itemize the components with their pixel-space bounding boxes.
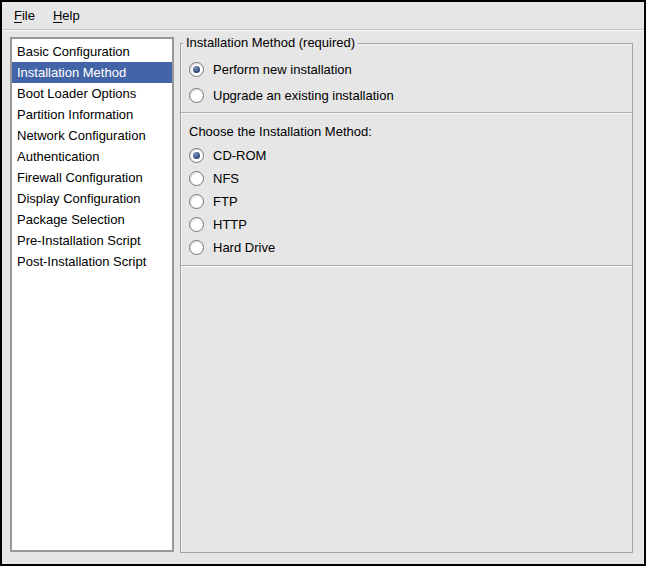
separator bbox=[181, 265, 632, 267]
radio-button-icon bbox=[189, 171, 204, 186]
frame-title: Installation Method (required) bbox=[183, 35, 358, 51]
radio-button-icon bbox=[189, 240, 204, 255]
radio-option-cd-rom[interactable]: CD-ROM bbox=[189, 144, 624, 167]
installation-method-panel: Installation Method (required) Perform n… bbox=[180, 43, 633, 553]
menubar: FileHelp bbox=[2, 2, 644, 30]
sidebar-item-post-installation-script[interactable]: Post-Installation Script bbox=[12, 251, 172, 272]
radio-option-label: Upgrade an existing installation bbox=[213, 88, 394, 103]
radio-option-label: NFS bbox=[213, 171, 239, 186]
sidebar-item-firewall-configuration[interactable]: Firewall Configuration bbox=[12, 167, 172, 188]
sidebar-item-installation-method[interactable]: Installation Method bbox=[12, 62, 172, 83]
sidebar-item-package-selection[interactable]: Package Selection bbox=[12, 209, 172, 230]
radio-option-http[interactable]: HTTP bbox=[189, 213, 624, 236]
sidebar-list[interactable]: Basic ConfigurationInstallation MethodBo… bbox=[10, 37, 174, 552]
sidebar-item-display-configuration[interactable]: Display Configuration bbox=[12, 188, 172, 209]
radio-option-label: Hard Drive bbox=[213, 240, 275, 255]
sidebar-item-basic-configuration[interactable]: Basic Configuration bbox=[12, 41, 172, 62]
sidebar-item-authentication[interactable]: Authentication bbox=[12, 146, 172, 167]
sidebar-item-boot-loader-options[interactable]: Boot Loader Options bbox=[12, 83, 172, 104]
radio-option-nfs[interactable]: NFS bbox=[189, 167, 624, 190]
menu-file[interactable]: File bbox=[5, 2, 44, 29]
sidebar-item-pre-installation-script[interactable]: Pre-Installation Script bbox=[12, 230, 172, 251]
radio-button-icon bbox=[189, 194, 204, 209]
sidebar-item-network-configuration[interactable]: Network Configuration bbox=[12, 125, 172, 146]
radio-option-ftp[interactable]: FTP bbox=[189, 190, 624, 213]
sidebar-item-partition-information[interactable]: Partition Information bbox=[12, 104, 172, 125]
radio-button-icon bbox=[189, 62, 204, 77]
radio-option-label: HTTP bbox=[213, 217, 247, 232]
radio-option-label: CD-ROM bbox=[213, 148, 266, 163]
install-type-radio-group: Perform new installationUpgrade an exist… bbox=[181, 44, 632, 112]
radio-button-icon bbox=[189, 88, 204, 103]
choose-method-label: Choose the Installation Method: bbox=[189, 119, 624, 144]
radio-option-label: Perform new installation bbox=[213, 62, 352, 77]
radio-button-icon bbox=[189, 217, 204, 232]
method-radio-group: Choose the Installation Method: CD-ROMNF… bbox=[181, 114, 632, 265]
radio-option-perform-new-installation[interactable]: Perform new installation bbox=[189, 56, 624, 82]
radio-option-upgrade-an-existing-installation[interactable]: Upgrade an existing installation bbox=[189, 82, 624, 108]
kickstart-configurator-window: FileHelp Basic ConfigurationInstallation… bbox=[0, 0, 646, 566]
radio-button-icon bbox=[189, 148, 204, 163]
radio-option-hard-drive[interactable]: Hard Drive bbox=[189, 236, 624, 259]
menu-help[interactable]: Help bbox=[44, 2, 89, 29]
radio-option-label: FTP bbox=[213, 194, 238, 209]
